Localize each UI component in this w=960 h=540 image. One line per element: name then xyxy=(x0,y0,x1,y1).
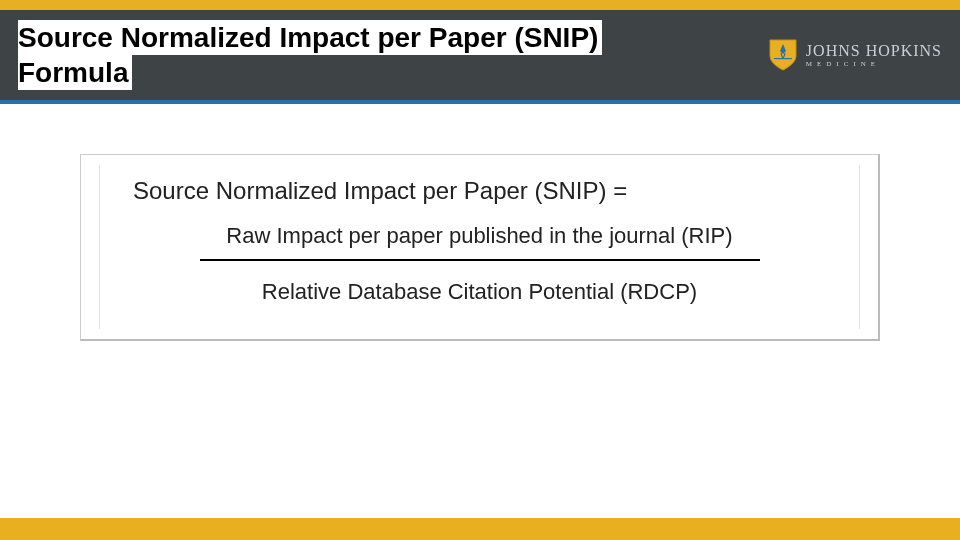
formula-fraction: Raw Impact per paper published in the jo… xyxy=(121,223,838,305)
slide-header: Source Normalized Impact per Paper (SNIP… xyxy=(0,10,960,104)
formula-denominator: Relative Database Citation Potential (RD… xyxy=(242,261,717,305)
slide-content: Source Normalized Impact per Paper (SNIP… xyxy=(0,104,960,341)
formula-lhs: Source Normalized Impact per Paper (SNIP… xyxy=(121,177,838,205)
title-block: Source Normalized Impact per Paper (SNIP… xyxy=(18,20,602,90)
svg-rect-0 xyxy=(774,58,792,59)
logo-main: JOHNS HOPKINS xyxy=(806,42,942,59)
shield-icon xyxy=(768,38,798,72)
logo: JOHNS HOPKINS MEDICINE xyxy=(768,38,942,72)
logo-sub: MEDICINE xyxy=(806,61,942,68)
logo-text: JOHNS HOPKINS MEDICINE xyxy=(806,43,942,68)
slide-title-line2: Formula xyxy=(18,55,132,90)
formula-box: Source Normalized Impact per Paper (SNIP… xyxy=(80,154,880,341)
formula-numerator: Raw Impact per paper published in the jo… xyxy=(206,223,752,259)
slide-title-line1: Source Normalized Impact per Paper (SNIP… xyxy=(18,20,602,55)
bottom-accent-bar xyxy=(0,518,960,540)
top-accent-bar xyxy=(0,0,960,10)
